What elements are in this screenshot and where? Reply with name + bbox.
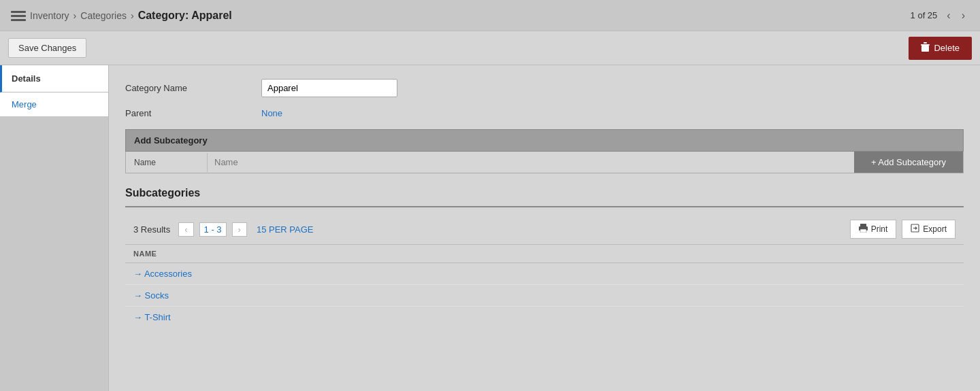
subcategories-title: Subcategories	[125, 187, 964, 199]
category-name-label: Category Name	[125, 83, 261, 93]
parent-label: Parent	[125, 108, 261, 118]
add-subcategory-input[interactable]	[208, 152, 854, 172]
breadcrumb-inventory[interactable]: Inventory	[30, 10, 69, 21]
pagination-nav: 1 of 25 ‹ ›	[911, 8, 969, 23]
svg-rect-1	[11, 15, 26, 17]
subcategories-table: NAME → Accessories→ Socks→ T-Shirt	[125, 245, 964, 328]
add-subcategory-header: Add Subcategory	[125, 129, 964, 152]
table-row: → Socks	[125, 285, 964, 307]
main-layout: Details Merge Category Name Parent None …	[0, 65, 980, 391]
category-name-row: Category Name	[125, 79, 964, 97]
print-icon	[859, 224, 868, 235]
sub-next-button[interactable]: ›	[232, 222, 247, 237]
toolbar: Save Changes Delete	[0, 31, 980, 65]
breadcrumb-current: Category: Apparel	[138, 10, 232, 22]
sidebar: Details Merge	[0, 65, 109, 391]
export-label: Export	[923, 224, 947, 234]
subcategory-link[interactable]: → Accessories	[133, 269, 192, 279]
next-page-button[interactable]: ›	[958, 8, 969, 23]
subcategory-link[interactable]: → Socks	[133, 290, 169, 301]
svg-rect-5	[921, 46, 929, 52]
top-nav: Inventory › Categories › Category: Appar…	[0, 0, 980, 31]
menu-icon	[11, 10, 26, 21]
per-page[interactable]: 15 PER PAGE	[257, 224, 314, 235]
prev-page-button[interactable]: ‹	[943, 8, 954, 23]
svg-rect-9	[860, 228, 861, 228]
print-button[interactable]: Print	[850, 220, 897, 239]
content-area: Category Name Parent None Add Subcategor…	[109, 65, 980, 391]
list-item: → T-Shirt	[125, 307, 964, 328]
parent-link[interactable]: None	[261, 108, 282, 118]
category-name-input[interactable]	[261, 79, 397, 97]
delete-button[interactable]: Delete	[909, 37, 972, 60]
list-item: → Accessories	[125, 263, 964, 285]
trash-icon	[921, 42, 930, 54]
export-button[interactable]: Export	[902, 220, 956, 239]
sidebar-item-merge[interactable]: Merge	[0, 92, 108, 116]
svg-rect-8	[860, 229, 866, 233]
sub-toolbar-left: 3 Results ‹ 1 - 3 › 15 PER PAGE	[133, 222, 313, 237]
table-row: → T-Shirt	[125, 307, 964, 328]
delete-label: Delete	[934, 43, 960, 53]
col-name: NAME	[125, 245, 964, 263]
page-range: 1 - 3	[199, 222, 227, 237]
table-row: → Accessories	[125, 263, 964, 285]
results-count: 3 Results	[133, 224, 170, 235]
subcategories-divider	[125, 206, 964, 207]
breadcrumb-categories[interactable]: Categories	[80, 10, 127, 21]
breadcrumb: Inventory › Categories › Category: Appar…	[11, 10, 232, 22]
subcategory-link[interactable]: → T-Shirt	[133, 312, 171, 322]
svg-rect-0	[11, 11, 26, 13]
svg-rect-4	[924, 42, 927, 44]
page-label: 1 of 25	[911, 10, 938, 20]
svg-rect-6	[860, 224, 866, 226]
svg-rect-3	[921, 44, 930, 46]
subcategory-toolbar: 3 Results ‹ 1 - 3 › 15 PER PAGE	[125, 214, 964, 245]
list-item: → Socks	[125, 285, 964, 307]
print-label: Print	[871, 224, 888, 234]
add-sub-name-col: Name	[126, 153, 208, 172]
export-icon	[911, 224, 919, 235]
parent-row: Parent None	[125, 108, 964, 118]
save-changes-button[interactable]: Save Changes	[8, 38, 86, 58]
add-subcategory-row: Name + Add Subcategory	[125, 152, 964, 173]
sub-toolbar-right: Print Export	[850, 220, 956, 239]
add-subcategory-button[interactable]: + Add Subcategory	[854, 152, 963, 173]
sidebar-item-details[interactable]: Details	[0, 65, 108, 92]
sub-prev-button[interactable]: ‹	[178, 222, 193, 237]
svg-rect-2	[11, 19, 26, 21]
